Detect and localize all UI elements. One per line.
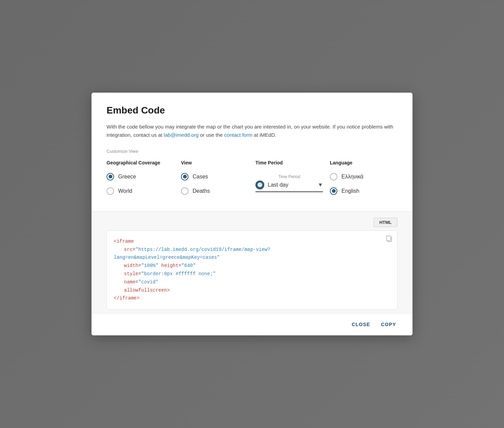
code-line-8: </iframe> <box>114 294 380 303</box>
code-block: <iframe src="https://lab.imedd.org/covid… <box>107 230 397 310</box>
geo-coverage-group: Geographical Coverage Greece World <box>107 160 174 202</box>
code-line-2: src="https://lab.imedd.org/covid19/ifram… <box>114 246 380 254</box>
code-src-val-1: "https://lab.imedd.org/covid19/iframe/ma… <box>136 247 270 252</box>
code-tag-iframe-open: <iframe <box>114 239 134 244</box>
contact-form-link[interactable]: contact form <box>224 132 253 138</box>
code-height-val: "640" <box>181 263 196 268</box>
modal-overlay: Embed Code With the code bellow you may … <box>0 0 504 428</box>
embed-code-modal: Embed Code With the code bellow you may … <box>92 93 412 335</box>
code-style-val: "border:0px #ffffff none;" <box>141 271 215 277</box>
modal-description: With the code bellow you may integrate t… <box>107 123 397 139</box>
view-deaths-radio[interactable] <box>181 187 188 195</box>
modal-title: Embed Code <box>107 105 397 116</box>
lang-english-radio[interactable] <box>330 187 337 195</box>
copy-button[interactable]: COPY <box>380 320 397 329</box>
code-line-6: name="covid" <box>114 278 380 286</box>
geo-coverage-title: Geographical Coverage <box>107 160 174 165</box>
view-title: View <box>181 160 249 165</box>
time-period-group: Time Period Time Period 🕐 Last day Last … <box>255 160 323 202</box>
code-line-3: lang=en&mapLevel=greece&mapKey=cases" <box>114 254 380 262</box>
copy-code-icon-button[interactable] <box>386 236 392 244</box>
code-src-attr: src <box>114 247 132 252</box>
html-tab[interactable]: HTML <box>374 218 397 227</box>
lang-english-option[interactable]: English <box>330 187 397 195</box>
code-section: HTML <iframe src="https://lab.imedd.org/… <box>92 212 412 313</box>
code-width-attr: width <box>114 263 138 268</box>
code-line-1: <iframe <box>114 238 380 246</box>
code-allowfullscreen: allowfullscreen> <box>114 287 170 293</box>
code-height-attr: height <box>161 263 178 268</box>
view-group: View Cases Deaths <box>181 160 249 202</box>
code-tag-iframe-close: </iframe> <box>114 295 140 301</box>
time-period-title: Time Period <box>255 160 323 165</box>
view-cases-label: Cases <box>193 174 208 180</box>
lang-greek-radio[interactable] <box>330 173 337 180</box>
tab-row: HTML <box>107 218 397 227</box>
description-text-3: at iMEdD. <box>252 132 276 138</box>
code-name-val: "covid" <box>138 279 158 285</box>
language-group: Language Ελληνικά English <box>330 160 397 202</box>
view-cases-radio[interactable] <box>181 173 188 180</box>
email-link[interactable]: lab@imedd.org <box>164 132 199 138</box>
lang-greek-label: Ελληνικά <box>341 174 363 180</box>
time-period-select-wrap: 🕐 Last day Last week Last month All time… <box>255 180 323 192</box>
geo-world-option[interactable]: World <box>107 187 174 195</box>
time-period-select[interactable]: Last day Last week Last month All time <box>268 182 314 188</box>
svg-rect-1 <box>387 236 391 241</box>
options-grid: Geographical Coverage Greece World View <box>107 160 397 202</box>
lang-english-label: English <box>341 188 359 194</box>
view-deaths-label: Deaths <box>193 188 210 194</box>
code-width-val: "100%" <box>141 263 158 268</box>
geo-world-label: World <box>118 188 132 194</box>
code-eq: = <box>132 247 135 252</box>
geo-greece-label: Greece <box>118 174 136 180</box>
dropdown-arrow-icon: ▼ <box>318 182 323 188</box>
geo-greece-radio[interactable] <box>107 173 114 180</box>
modal-top-section: Embed Code With the code bellow you may … <box>92 93 412 212</box>
lang-greek-option[interactable]: Ελληνικά <box>330 173 397 180</box>
view-cases-option[interactable]: Cases <box>181 173 249 180</box>
modal-footer: CLOSE COPY <box>92 313 412 335</box>
close-button[interactable]: CLOSE <box>350 320 372 329</box>
language-title: Language <box>330 160 397 165</box>
customize-label: Customize View <box>107 149 397 154</box>
geo-greece-option[interactable]: Greece <box>107 173 174 180</box>
description-text-2: or use the <box>199 132 224 138</box>
clock-icon: 🕐 <box>255 180 264 189</box>
code-name-attr: name <box>114 279 136 285</box>
code-src-val-2: lang=en&mapLevel=greece&mapKey=cases" <box>114 255 220 260</box>
time-period-sublabel: Time Period <box>255 174 323 179</box>
geo-world-radio[interactable] <box>107 187 114 195</box>
code-line-7: allowfullscreen> <box>114 286 380 295</box>
code-line-5: style="border:0px #ffffff none;" <box>114 270 380 278</box>
view-deaths-option[interactable]: Deaths <box>181 187 249 195</box>
code-line-4: width="100%" height="640" <box>114 262 380 270</box>
code-style-attr: style <box>114 271 138 277</box>
